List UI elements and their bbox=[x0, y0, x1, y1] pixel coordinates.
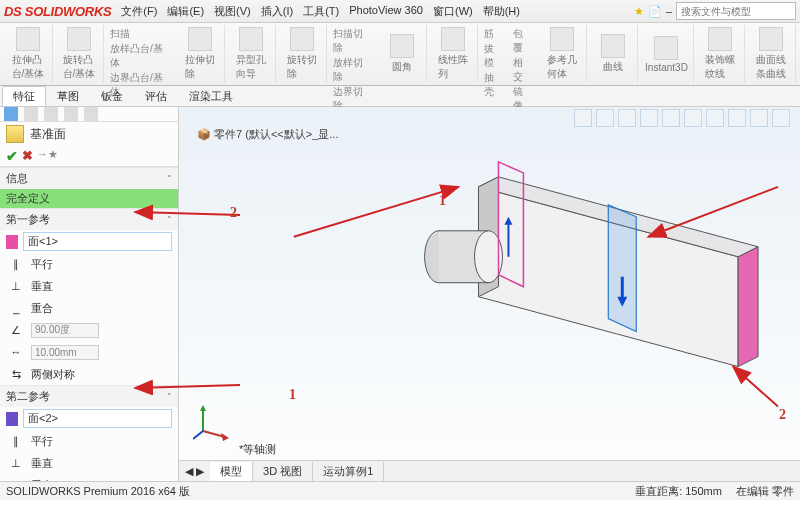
sec-ref2[interactable]: 第二参考˄ bbox=[0, 386, 178, 407]
sec-info[interactable]: 信息˄ bbox=[0, 168, 178, 189]
btab-3dview[interactable]: 3D 视图 bbox=[253, 462, 313, 481]
tab-feature[interactable]: 特征 bbox=[2, 86, 46, 106]
main-menu: 文件(F) 编辑(E) 视图(V) 插入(I) 工具(T) PhotoView … bbox=[121, 4, 520, 19]
pm-tab-crosshair-icon[interactable] bbox=[64, 107, 78, 121]
rib-sweep-cut[interactable]: 扫描切除 bbox=[333, 27, 371, 55]
mirror-icon[interactable]: ⇆ bbox=[6, 365, 26, 383]
ref2-selection[interactable]: 面<2> bbox=[23, 409, 172, 428]
doc-icon[interactable]: 📄 bbox=[648, 5, 662, 18]
menu-window[interactable]: 窗口(W) bbox=[433, 4, 473, 19]
status-bar: SOLIDWORKS Premium 2016 x64 版 垂直距离: 150m… bbox=[0, 481, 800, 500]
ref1-distance[interactable] bbox=[31, 345, 99, 360]
rib-pattern[interactable]: 线性阵列 bbox=[429, 25, 478, 83]
tab-sheetmetal[interactable]: 钣金 bbox=[90, 86, 134, 106]
rib-loft-cut[interactable]: 放样切除 bbox=[333, 56, 371, 84]
rib-spline[interactable]: 曲面线条曲线 bbox=[747, 25, 796, 83]
tab-render[interactable]: 渲染工具 bbox=[178, 86, 244, 106]
svg-line-17 bbox=[294, 187, 459, 237]
menu-photoview[interactable]: PhotoView 360 bbox=[349, 4, 423, 19]
ref2-coin[interactable]: 重合 bbox=[31, 478, 53, 482]
ref2-perp[interactable]: 垂直 bbox=[31, 456, 53, 471]
menu-insert[interactable]: 插入(I) bbox=[261, 4, 293, 19]
status-distance: 垂直距离: 150mm bbox=[635, 484, 722, 499]
menu-file[interactable]: 文件(F) bbox=[121, 4, 157, 19]
ref1-mirror[interactable]: 两侧对称 bbox=[31, 367, 75, 382]
parallel-icon[interactable]: ∥ bbox=[6, 255, 26, 273]
ok-button[interactable]: ✔ bbox=[6, 148, 18, 164]
pm-toolbar bbox=[0, 107, 178, 122]
pm-confirm-row: ✔ ✖ →★ bbox=[0, 146, 178, 167]
pushpin-icon[interactable]: →★ bbox=[37, 148, 58, 164]
app-logo: DS SOLIDWORKS bbox=[4, 4, 111, 19]
rib-sweep-group: 扫描 放样凸台/基体 边界凸台/基体 bbox=[106, 25, 174, 83]
pm-tab-feature-icon[interactable] bbox=[4, 107, 18, 121]
pm-header: 基准面 bbox=[0, 122, 178, 146]
model-canvas bbox=[179, 107, 800, 480]
app-name: SOLIDWORKS bbox=[25, 4, 112, 19]
rib-sweep[interactable]: 扫描 bbox=[110, 27, 130, 41]
pm-status: 完全定义 bbox=[0, 189, 178, 208]
ref1-coin[interactable]: 重合 bbox=[31, 301, 53, 316]
rib-refgeom[interactable]: 参考几何体 bbox=[538, 25, 587, 83]
angle-icon[interactable]: ∠ bbox=[6, 321, 26, 339]
rib-loft[interactable]: 放样凸台/基体 bbox=[110, 42, 170, 70]
dist-icon[interactable]: ↔ bbox=[6, 343, 26, 361]
menu-view[interactable]: 视图(V) bbox=[214, 4, 251, 19]
rib-revolve[interactable]: 旋转凸台/基体 bbox=[55, 25, 104, 83]
ribbon: 拉伸凸台/基体 旋转凸台/基体 扫描 放样凸台/基体 边界凸台/基体 拉伸切除 … bbox=[0, 23, 800, 86]
iso-label: *等轴测 bbox=[239, 442, 276, 457]
menu-edit[interactable]: 编辑(E) bbox=[167, 4, 204, 19]
rib-instant3d[interactable]: Instant3D bbox=[640, 25, 694, 83]
rib-cut-small: 扫描切除 放样切除 边界切除 bbox=[329, 25, 375, 83]
bottom-tabs: ◀ ▶ 模型 3D 视图 运动算例1 bbox=[179, 460, 800, 481]
ref1-perp[interactable]: 垂直 bbox=[31, 279, 53, 294]
rib-cut-revolve[interactable]: 旋转切除 bbox=[278, 25, 327, 83]
btab-model[interactable]: 模型 bbox=[210, 462, 253, 481]
svg-line-18 bbox=[648, 187, 778, 237]
menu-help[interactable]: 帮助(H) bbox=[483, 4, 520, 19]
svg-marker-11 bbox=[608, 205, 636, 332]
sec-ref1[interactable]: 第一参考˄ bbox=[0, 209, 178, 230]
pm-tab-more-icon[interactable] bbox=[84, 107, 98, 121]
coin2-icon[interactable]: ⎯ bbox=[6, 476, 26, 481]
search-input[interactable] bbox=[676, 2, 796, 20]
perp-icon[interactable]: ⊥ bbox=[6, 277, 26, 295]
annot-2a: 2 bbox=[230, 205, 237, 221]
feature-tabbar: 特征 草图 钣金 评估 渲染工具 bbox=[0, 86, 800, 107]
svg-marker-21 bbox=[200, 405, 206, 411]
work-area: 基准面 ✔ ✖ →★ 信息˄ 完全定义 第一参考˄ 面<1> ∥平行 ⊥垂直 ⎯… bbox=[0, 107, 800, 481]
coin-icon[interactable]: ⎯ bbox=[6, 299, 26, 317]
rib-thread[interactable]: 装饰螺纹线 bbox=[696, 25, 745, 83]
star-icon[interactable]: ★ bbox=[634, 5, 644, 18]
viewport[interactable]: 📦 零件7 (默认<<默认>_显... bbox=[179, 107, 800, 481]
ref1-parallel[interactable]: 平行 bbox=[31, 257, 53, 272]
btab-motion[interactable]: 运动算例1 bbox=[313, 462, 384, 481]
rib-fillet[interactable]: 圆角 bbox=[378, 25, 427, 83]
menu-tools[interactable]: 工具(T) bbox=[303, 4, 339, 19]
rib-small4: 包覆 相交 镜像 bbox=[509, 25, 536, 83]
pm-tab-display-icon[interactable] bbox=[44, 107, 58, 121]
cancel-button[interactable]: ✖ bbox=[22, 148, 33, 164]
svg-marker-1 bbox=[738, 247, 758, 367]
ref2-parallel[interactable]: 平行 bbox=[31, 434, 53, 449]
parallel2-icon[interactable]: ∥ bbox=[6, 432, 26, 450]
svg-line-24 bbox=[193, 431, 203, 439]
ref1-angle[interactable] bbox=[31, 323, 99, 338]
rib-extrude[interactable]: 拉伸凸台/基体 bbox=[4, 25, 53, 83]
rib-cut-extrude[interactable]: 拉伸切除 bbox=[176, 25, 225, 83]
perp2-icon[interactable]: ⊥ bbox=[6, 454, 26, 472]
pm-tab-config-icon[interactable] bbox=[24, 107, 38, 121]
status-version: SOLIDWORKS Premium 2016 x64 版 bbox=[6, 484, 190, 499]
ref1-selection[interactable]: 面<1> bbox=[23, 232, 172, 251]
rib-curves[interactable]: 曲线 bbox=[589, 25, 638, 83]
annot-1b: 1 bbox=[289, 387, 296, 403]
dash-icon[interactable]: – bbox=[666, 5, 672, 17]
tab-sketch[interactable]: 草图 bbox=[46, 86, 90, 106]
face2-color-icon bbox=[6, 412, 18, 426]
view-triad[interactable] bbox=[193, 401, 233, 441]
tab-evaluate[interactable]: 评估 bbox=[134, 86, 178, 106]
pm-title: 基准面 bbox=[30, 126, 66, 143]
title-bar: DS SOLIDWORKS 文件(F) 编辑(E) 视图(V) 插入(I) 工具… bbox=[0, 0, 800, 23]
status-mode: 在编辑 零件 bbox=[736, 484, 794, 499]
rib-hole[interactable]: 异型孔向导 bbox=[227, 25, 276, 83]
